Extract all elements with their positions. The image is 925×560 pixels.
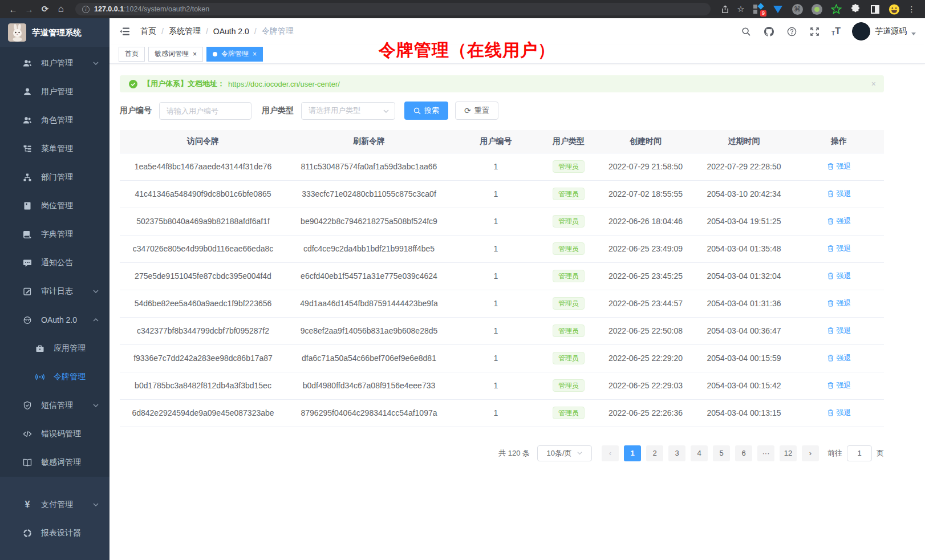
sidebar-item-用户管理[interactable]: 用户管理 (0, 78, 109, 106)
sidebar-item-label: 用户管理 (41, 87, 73, 97)
app-shell: 芋道管理系统 租户管理用户管理角色管理菜单管理部门管理岗位管理字典管理通知公告审… (0, 18, 925, 560)
doc-link[interactable]: https://doc.iocoder.cn/user-center/ (228, 80, 340, 88)
user-name: 芋道源码 (875, 26, 907, 36)
search-icon[interactable] (740, 26, 752, 37)
sidebar-fold-icon[interactable] (119, 25, 131, 38)
page-ellipsis[interactable]: ··· (757, 445, 774, 461)
star-extension-icon[interactable] (830, 3, 842, 15)
breadcrumb-item[interactable]: OAuth 2.0 (213, 27, 249, 36)
tab-首页[interactable]: 首页 (119, 47, 145, 62)
gem-extension-icon[interactable] (772, 3, 784, 15)
operation-cell: 强退 (794, 235, 884, 262)
sidebar-item-应用管理[interactable]: 应用管理 (0, 334, 109, 363)
page-button-4[interactable]: 4 (691, 445, 708, 461)
goto-page-input[interactable] (847, 445, 872, 461)
sidebar-item-岗位管理[interactable]: 岗位管理 (0, 192, 109, 220)
force-logout-button[interactable]: 强退 (827, 271, 851, 281)
tab-敏感词管理[interactable]: 敏感词管理× (148, 47, 203, 62)
extension-grid-icon[interactable]: 9 (753, 3, 764, 15)
sidebar-item-短信管理[interactable]: 短信管理 (0, 391, 109, 420)
puzzle-extension-icon[interactable] (850, 3, 861, 15)
page-button-6[interactable]: 6 (735, 445, 752, 461)
force-logout-button[interactable]: 强退 (827, 380, 851, 391)
sidebar-item-字典管理[interactable]: 字典管理 (0, 220, 109, 249)
page-button-2[interactable]: 2 (646, 445, 663, 461)
force-logout-label: 强退 (837, 271, 851, 281)
reload-icon[interactable]: ⟳ (38, 2, 52, 17)
sidebar-item-通知公告[interactable]: 通知公告 (0, 249, 109, 277)
force-logout-button[interactable]: 强退 (827, 216, 851, 226)
user-icon (23, 87, 32, 96)
expire-time-cell: 2054-03-04 01:35:48 (694, 235, 794, 262)
share-icon[interactable] (717, 2, 732, 17)
browser-menu-icon[interactable]: ⋮ (904, 2, 919, 17)
forward-icon[interactable]: → (22, 2, 36, 17)
refresh-token-cell: 8796295f04064c2983414cc54af1097a (286, 399, 452, 427)
address-bar[interactable]: i 127.0.0.1:1024/system/oauth2/token (75, 3, 711, 15)
home-icon[interactable]: ⌂ (54, 2, 68, 17)
force-logout-button[interactable]: 强退 (827, 408, 851, 418)
sidebar-item-审计日志[interactable]: 审计日志 (0, 277, 109, 306)
user-id-input[interactable] (159, 102, 251, 120)
tab-label: 首页 (125, 49, 139, 59)
tab-令牌管理[interactable]: 令牌管理× (206, 47, 263, 62)
force-logout-label: 强退 (837, 408, 851, 418)
sidebar-item-菜单管理[interactable]: 菜单管理 (0, 135, 109, 163)
font-size-icon[interactable]: TT (831, 26, 841, 36)
force-logout-button[interactable]: 强退 (827, 189, 851, 199)
breadcrumb-item[interactable]: 系统管理 (169, 26, 201, 36)
sidebar-item-租户管理[interactable]: 租户管理 (0, 49, 109, 78)
sidebar-item-敏感词管理[interactable]: 敏感词管理 (0, 448, 109, 477)
sidebar-item-错误码管理[interactable]: 错误码管理 (0, 420, 109, 448)
operation-cell: 强退 (794, 372, 884, 399)
user-type-badge: 管理员 (553, 297, 585, 310)
recorder-extension-icon[interactable] (811, 3, 822, 15)
search-form: 用户编号 用户类型 请选择用户类型 搜索 ⟳ 重置 (120, 102, 915, 120)
user-menu[interactable]: 芋道源码 (852, 22, 916, 40)
site-info-icon[interactable]: i (82, 6, 90, 13)
profile-emoji-avatar[interactable] (889, 3, 900, 15)
help-icon[interactable] (786, 26, 797, 37)
column-header: 访问令牌 (120, 130, 286, 153)
force-logout-button[interactable]: 强退 (827, 298, 851, 309)
sidebar-item-令牌管理[interactable]: 令牌管理 (0, 363, 109, 391)
github-icon[interactable] (763, 26, 774, 37)
force-logout-button[interactable]: 强退 (827, 353, 851, 363)
bookmark-star-icon[interactable]: ☆ (733, 2, 748, 17)
page-button-1[interactable]: 1 (624, 445, 641, 461)
page-size-select[interactable]: 10条/页 (537, 445, 592, 461)
sidebar-logo[interactable]: 芋道管理系统 (0, 18, 109, 47)
code-icon (23, 429, 32, 439)
sidebar-item-报表设计器[interactable]: 报表设计器 (0, 519, 109, 547)
page-button-3[interactable]: 3 (668, 445, 685, 461)
user-type-select[interactable]: 请选择用户类型 (301, 102, 395, 120)
fullscreen-icon[interactable] (809, 26, 820, 37)
access-token-cell: f9336e7c7dd242a283ee98dc86b17a87 (120, 344, 286, 372)
sidebar-item-支付管理[interactable]: ¥支付管理 (0, 490, 109, 519)
sidebar-item-部门管理[interactable]: 部门管理 (0, 163, 109, 192)
operation-cell: 强退 (794, 153, 884, 180)
tab-close-icon[interactable]: × (253, 50, 257, 58)
prev-page-button[interactable]: ‹ (602, 445, 619, 461)
command-extension-icon[interactable]: ⌘ (792, 3, 803, 15)
force-logout-button[interactable]: 强退 (827, 244, 851, 254)
search-button[interactable]: 搜索 (404, 102, 448, 120)
alert-close-icon[interactable]: × (871, 79, 876, 88)
tab-close-icon[interactable]: × (193, 50, 197, 58)
trash-icon (827, 409, 834, 416)
force-logout-button[interactable]: 强退 (827, 161, 851, 172)
sidebar-item-角色管理[interactable]: 角色管理 (0, 106, 109, 135)
page-unit-label: 页 (877, 448, 884, 458)
operation-cell: 强退 (794, 344, 884, 372)
page-button-12[interactable]: 12 (780, 445, 797, 461)
back-icon[interactable]: ← (6, 2, 21, 17)
reset-button[interactable]: ⟳ 重置 (455, 102, 498, 120)
breadcrumb-item[interactable]: 首页 (140, 26, 156, 36)
force-logout-label: 强退 (837, 353, 851, 363)
next-page-button[interactable]: › (802, 445, 819, 461)
table-header-row: 访问令牌刷新令牌用户编号用户类型创建时间过期时间操作 (120, 130, 884, 153)
force-logout-button[interactable]: 强退 (827, 326, 851, 336)
sidebar-item-OAuth 2.0[interactable]: OAuth 2.0 (0, 306, 109, 334)
page-button-5[interactable]: 5 (713, 445, 730, 461)
split-view-icon[interactable] (869, 3, 881, 15)
